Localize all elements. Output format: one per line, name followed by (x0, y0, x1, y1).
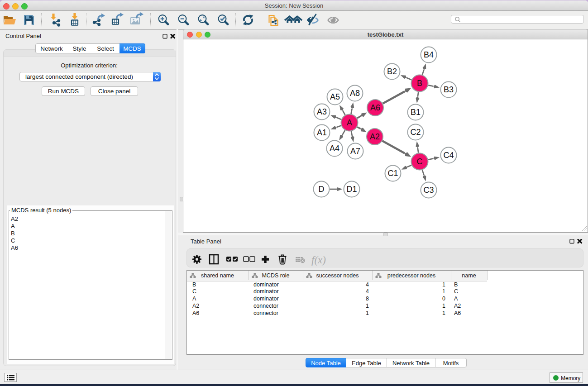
svg-text:1: 1 (442, 288, 445, 295)
svg-text:A6: A6 (454, 310, 461, 316)
svg-text:dominator: dominator (253, 281, 279, 288)
svg-text:shared name: shared name (201, 272, 234, 279)
svg-text:1: 1 (442, 303, 445, 309)
svg-text:1: 1 (366, 310, 369, 316)
svg-text:A6: A6 (192, 310, 199, 316)
svg-text:1: 1 (366, 303, 369, 309)
svg-text:connector: connector (253, 303, 278, 309)
svg-text:0: 0 (442, 295, 445, 302)
svg-text:1: 1 (442, 310, 445, 316)
svg-text:4: 4 (366, 288, 369, 295)
svg-text:dominator: dominator (253, 288, 279, 295)
svg-text:A2: A2 (192, 303, 199, 309)
svg-text:A: A (454, 295, 458, 302)
svg-text:MCDS role: MCDS role (262, 272, 289, 279)
svg-text:C: C (454, 288, 458, 295)
svg-text:f(x): f(x) (311, 254, 326, 266)
svg-text:B: B (454, 281, 458, 288)
svg-text:dominator: dominator (253, 295, 279, 302)
svg-text:A: A (192, 295, 196, 302)
svg-text:1: 1 (442, 281, 445, 288)
svg-text:connector: connector (253, 310, 278, 316)
svg-text:A2: A2 (454, 303, 461, 309)
svg-text:8: 8 (366, 295, 369, 302)
svg-text:4: 4 (366, 281, 369, 288)
svg-text:predecessor nodes: predecessor nodes (387, 272, 435, 279)
svg-text:name: name (462, 272, 476, 279)
svg-text:B: B (192, 281, 196, 288)
svg-text:successor nodes: successor nodes (316, 272, 359, 279)
svg-text:C: C (192, 288, 196, 295)
